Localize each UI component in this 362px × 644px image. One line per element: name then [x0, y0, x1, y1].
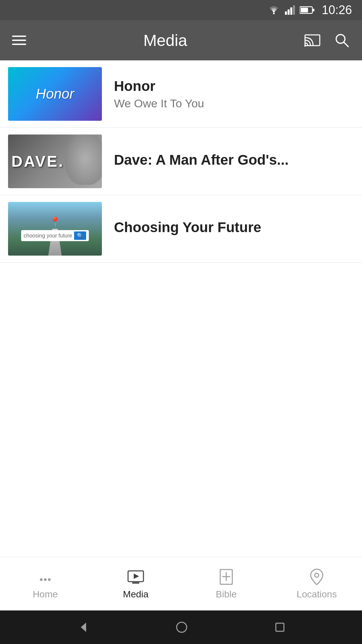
android-home-button[interactable]	[176, 621, 188, 633]
toolbar-actions	[304, 32, 350, 48]
media-item-honor[interactable]: Honor Honor We Owe It To You	[0, 60, 362, 128]
svg-point-13	[44, 578, 47, 581]
android-recents-button[interactable]	[275, 622, 285, 633]
nav-item-media[interactable]: Media	[90, 557, 181, 610]
toolbar-title: Media	[36, 31, 294, 50]
media-title-honor: Honor	[114, 78, 204, 94]
nav-label-media: Media	[123, 589, 148, 600]
nav-item-locations[interactable]: Locations	[272, 557, 362, 610]
svg-marker-22	[81, 623, 86, 632]
svg-point-10	[336, 35, 345, 43]
media-info-future: Choosing Your Future	[114, 219, 261, 238]
svg-rect-4	[293, 5, 295, 15]
android-back-button[interactable]	[77, 621, 89, 633]
signal-icon	[285, 5, 295, 15]
wifi-icon	[267, 5, 280, 15]
status-icons	[267, 5, 315, 15]
cast-icon[interactable]	[304, 33, 322, 48]
android-nav-bar	[0, 610, 362, 644]
media-title-dave: Dave: A Man After God's...	[114, 152, 289, 168]
bible-icon	[218, 568, 235, 586]
svg-rect-3	[290, 7, 292, 15]
status-time: 10:26	[322, 3, 352, 17]
dave-thumb-text: DAVE.	[11, 152, 64, 170]
nav-label-bible: Bible	[216, 589, 237, 600]
future-search-bar: choosing your future 🔍	[21, 230, 89, 241]
status-bar: 10:26	[0, 0, 362, 20]
svg-rect-7	[313, 9, 314, 11]
svg-point-0	[273, 13, 275, 14]
home-icon	[37, 568, 54, 586]
toolbar: Media	[0, 20, 362, 60]
svg-point-12	[40, 578, 43, 581]
svg-rect-2	[288, 9, 290, 15]
battery-icon	[300, 6, 315, 14]
svg-line-11	[344, 42, 349, 47]
media-subtitle-honor: We Owe It To You	[114, 97, 204, 110]
svg-point-21	[315, 573, 319, 577]
media-title-future: Choosing Your Future	[114, 219, 261, 235]
svg-rect-24	[276, 623, 284, 631]
honor-thumb-text: Honor	[36, 86, 74, 102]
hamburger-icon[interactable]	[12, 36, 26, 45]
media-item-future[interactable]: 📍 choosing your future 🔍 Choosing Your F…	[0, 195, 362, 263]
media-info-honor: Honor We Owe It To You	[114, 78, 204, 110]
svg-rect-17	[132, 582, 139, 584]
svg-point-23	[177, 622, 187, 632]
future-pin-icon: 📍	[49, 216, 61, 227]
svg-point-9	[304, 45, 306, 47]
dave-thumb-face	[65, 135, 102, 185]
thumbnail-future: 📍 choosing your future 🔍	[8, 202, 102, 256]
bottom-nav: Home Media Bible	[0, 557, 362, 610]
svg-point-14	[48, 578, 51, 581]
media-item-dave[interactable]: DAVE. Dave: A Man After God's...	[0, 128, 362, 195]
svg-rect-6	[301, 8, 308, 12]
search-icon[interactable]	[334, 32, 350, 48]
svg-rect-1	[285, 11, 287, 15]
locations-icon	[308, 568, 325, 586]
nav-label-locations: Locations	[297, 589, 337, 600]
thumbnail-dave: DAVE.	[8, 135, 102, 188]
media-icon	[127, 568, 144, 586]
media-info-dave: Dave: A Man After God's...	[114, 152, 289, 171]
future-search-btn: 🔍	[74, 231, 86, 240]
svg-marker-16	[134, 574, 139, 579]
thumbnail-honor: Honor	[8, 67, 102, 121]
nav-item-bible[interactable]: Bible	[181, 557, 272, 610]
nav-item-home[interactable]: Home	[0, 557, 90, 610]
nav-label-home: Home	[33, 589, 58, 600]
future-search-text: choosing your future	[24, 233, 72, 239]
content-area: Honor Honor We Owe It To You DAVE. Dave:…	[0, 60, 362, 263]
